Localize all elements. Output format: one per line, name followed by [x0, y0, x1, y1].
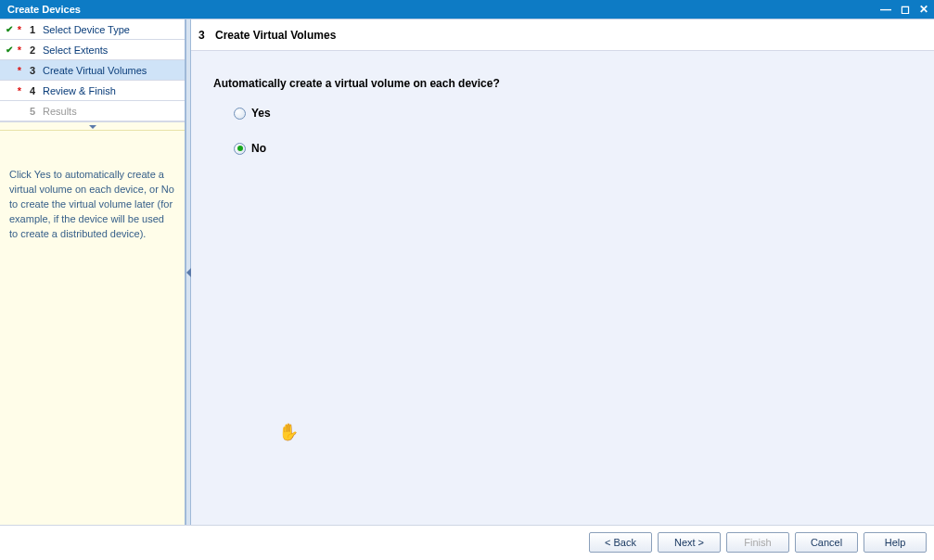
cursor-icon: ✋ [278, 422, 299, 442]
radio-yes-label: Yes [251, 107, 271, 120]
radio-no[interactable]: No [234, 142, 912, 155]
radio-no-label: No [251, 142, 266, 155]
required-icon: * [15, 45, 24, 56]
help-text: Click Yes to automatically create a virt… [9, 169, 174, 239]
window-controls: — ◻ ✕ [878, 4, 930, 15]
step-label: Results [41, 106, 77, 117]
radio-icon [234, 108, 246, 120]
question-label: Automatically create a virtual volume on… [213, 77, 912, 90]
step-create-virtual-volumes[interactable]: * 3 Create Virtual Volumes [0, 60, 185, 81]
help-panel: Click Yes to automatically create a virt… [0, 131, 185, 525]
help-button[interactable]: Help [864, 532, 927, 553]
window-title: Create Devices [7, 4, 878, 15]
step-header: 3 Create Virtual Volumes [191, 19, 934, 51]
step-number: 3 [24, 65, 41, 76]
step-label: Review & Finish [41, 85, 116, 96]
step-label: Select Device Type [41, 24, 130, 35]
radio-yes[interactable]: Yes [234, 107, 912, 120]
check-icon: ✔ [4, 45, 15, 55]
step-number: 1 [24, 24, 41, 35]
minimize-button[interactable]: — [878, 4, 893, 15]
required-icon: * [15, 24, 24, 35]
close-button[interactable]: ✕ [917, 4, 930, 15]
sidebar: ✔ * 1 Select Device Type ✔ * 2 Select Ex… [0, 19, 186, 525]
maximize-button[interactable]: ◻ [899, 4, 912, 15]
required-icon: * [15, 65, 24, 76]
step-header-title: Create Virtual Volumes [215, 29, 336, 42]
content-body: Automatically create a virtual volume on… [191, 51, 934, 525]
back-button[interactable]: < Back [589, 532, 652, 553]
titlebar: Create Devices — ◻ ✕ [0, 0, 934, 19]
cancel-button[interactable]: Cancel [795, 532, 858, 553]
step-select-extents[interactable]: ✔ * 2 Select Extents [0, 40, 185, 60]
step-number: 5 [24, 106, 41, 117]
step-review-finish[interactable]: * 4 Review & Finish [0, 81, 185, 101]
step-select-device-type[interactable]: ✔ * 1 Select Device Type [0, 19, 185, 40]
check-icon: ✔ [4, 24, 15, 34]
step-number: 2 [24, 45, 41, 56]
radio-icon [234, 143, 246, 155]
content: 3 Create Virtual Volumes Automatically c… [191, 19, 934, 525]
finish-button: Finish [726, 532, 789, 553]
step-header-num: 3 [198, 29, 205, 42]
step-list: ✔ * 1 Select Device Type ✔ * 2 Select Ex… [0, 19, 185, 121]
step-number: 4 [24, 85, 41, 96]
footer: < Back Next > Finish Cancel Help [0, 525, 934, 558]
step-label: Select Extents [41, 45, 108, 56]
step-results: 5 Results [0, 101, 185, 121]
next-button[interactable]: Next > [658, 532, 721, 553]
required-icon: * [15, 85, 24, 96]
step-label: Create Virtual Volumes [41, 65, 147, 76]
help-toggle[interactable] [0, 121, 185, 131]
